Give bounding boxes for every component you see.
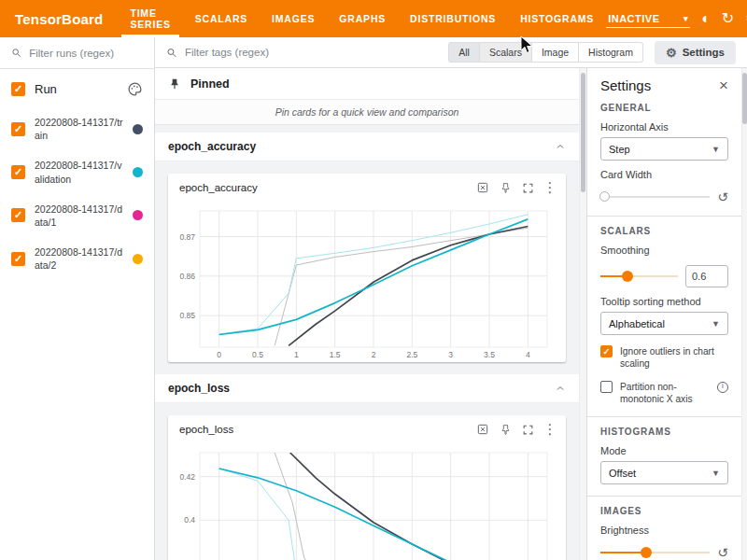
run-checkbox[interactable] (11, 208, 25, 222)
brightness-label: Brightness (600, 525, 728, 536)
info-icon[interactable]: i (717, 382, 728, 393)
run-color-dot (133, 124, 143, 134)
more-options-icon[interactable]: ⋮ (540, 419, 560, 440)
close-icon[interactable]: × (719, 77, 728, 93)
run-color-dot (133, 210, 143, 220)
svg-text:1.5: 1.5 (330, 350, 341, 359)
run-row-train[interactable]: 20220808-141317/train (0, 107, 154, 150)
tab-images[interactable]: IMAGES (260, 0, 327, 37)
scrollbar-thumb[interactable] (742, 73, 747, 124)
run-row-data-1[interactable]: 20220808-141317/data/1 (0, 194, 154, 237)
reset-icon[interactable]: ↺ (717, 189, 728, 204)
tags-toolbar: All Scalars Image Histogram ⚙ Settings (155, 37, 747, 68)
histogram-mode-select[interactable]: Offset ▼ (600, 461, 728, 484)
images-heading: IMAGES (600, 506, 728, 516)
filter-all-button[interactable]: All (448, 42, 480, 63)
smoothing-value-input[interactable]: 0.6 (685, 265, 728, 287)
chevron-down-icon: ▾ (684, 14, 688, 23)
pin-icon[interactable] (495, 177, 515, 198)
section-title: epoch_accuracy (168, 140, 256, 153)
select-all-runs-checkbox[interactable] (11, 82, 25, 96)
chevron-up-icon[interactable] (555, 141, 566, 152)
reset-icon[interactable]: ↺ (717, 545, 728, 560)
run-row-validation[interactable]: 20220808-141317/validation (0, 150, 154, 193)
fullscreen-icon[interactable] (517, 177, 538, 198)
scrollbar-thumb[interactable] (581, 73, 585, 192)
brightness-control: ↺ (600, 545, 728, 560)
run-checkbox[interactable] (11, 122, 25, 136)
main-scrollbar[interactable] (579, 68, 586, 560)
refresh-icon[interactable]: ↻ (722, 11, 734, 26)
tab-distributions[interactable]: DISTRIBUTIONS (398, 0, 508, 37)
horizontal-axis-select[interactable]: Step ▼ (600, 137, 728, 161)
run-row-data-2[interactable]: 20220808-141317/data/2 (0, 237, 154, 280)
more-options-icon[interactable]: ⋮ (540, 177, 560, 198)
svg-text:3: 3 (448, 350, 453, 359)
cards-area: Pinned Pin cards for a quick view and co… (155, 68, 579, 560)
scalar-chart-epoch-accuracy[interactable]: 00.511.522.533.540.850.860.87 (172, 202, 558, 362)
card-actions: ⋮ (472, 177, 560, 198)
ignore-outliers-option[interactable]: Ignore outliers in chart scaling (600, 345, 728, 371)
settings-panel: Settings × GENERAL Horizontal Axis Step … (586, 68, 741, 560)
filter-image-button[interactable]: Image (532, 42, 579, 63)
tab-graphs[interactable]: GRAPHS (327, 0, 398, 37)
tab-time-series[interactable]: TIME SERIES (118, 0, 182, 37)
fit-domain-icon[interactable] (472, 177, 493, 198)
run-checkbox[interactable] (11, 252, 25, 266)
settings-panel-header: Settings × (600, 77, 728, 93)
body: Run 20220808-141317/train 20220808-14131… (0, 37, 747, 560)
filter-scalars-button[interactable]: Scalars (480, 42, 532, 63)
card-header: epoch_accuracy ⋮ (168, 174, 566, 202)
tab-scalars[interactable]: SCALARS (183, 0, 260, 37)
svg-text:0: 0 (217, 350, 221, 359)
partition-x-axis-checkbox[interactable] (600, 381, 613, 393)
reload-status-dropdown[interactable]: INACTIVE ▾ (606, 10, 690, 28)
settings-panel-title: Settings (600, 77, 651, 93)
fit-domain-icon[interactable] (472, 419, 493, 440)
runs-filter-input[interactable] (29, 48, 143, 59)
brightness-slider[interactable] (600, 546, 710, 559)
filter-histogram-button[interactable]: Histogram (579, 42, 643, 63)
app-header: TensorBoard TIME SERIES SCALARS IMAGES G… (0, 0, 747, 37)
smoothing-slider[interactable] (600, 270, 678, 283)
chevron-down-icon: ▼ (712, 469, 720, 478)
color-palette-icon[interactable] (127, 81, 143, 97)
ignore-outliers-checkbox[interactable] (600, 345, 613, 357)
scalar-card-epoch-loss: epoch_loss ⋮ 00.511.522.533.540.360.380.… (168, 415, 566, 560)
content-column: All Scalars Image Histogram ⚙ Settings P… (155, 37, 747, 560)
runs-sidebar: Run 20220808-141317/train 20220808-14131… (0, 37, 155, 560)
svg-text:0.42: 0.42 (179, 472, 195, 482)
scalars-heading: SCALARS (600, 226, 728, 236)
divider (587, 216, 741, 217)
settings-scrollbar[interactable] (741, 68, 747, 560)
svg-text:2: 2 (372, 350, 376, 359)
scalar-chart-epoch-loss[interactable]: 00.511.522.533.540.360.380.40.42 (172, 443, 558, 560)
histograms-heading: HISTOGRAMS (600, 427, 728, 437)
svg-text:0.87: 0.87 (179, 232, 195, 242)
main-nav: TIME SERIES SCALARS IMAGES GRAPHS DISTRI… (118, 0, 606, 37)
fullscreen-icon[interactable] (517, 419, 538, 440)
partition-x-axis-option[interactable]: Partition non-monotonic X axis i (600, 381, 728, 406)
pin-icon (168, 77, 181, 91)
pin-icon[interactable] (495, 419, 515, 440)
chevron-down-icon: ▼ (712, 145, 720, 154)
tab-histograms[interactable]: HISTOGRAMS (508, 0, 606, 37)
chevron-up-icon[interactable] (555, 383, 566, 394)
pinned-hint: Pin cards for a quick view and compariso… (155, 100, 579, 125)
runs-filter (0, 37, 154, 69)
tooltip-sorting-select[interactable]: Alphabetical ▼ (600, 312, 728, 335)
pinned-section-header: Pinned (155, 68, 579, 100)
settings-button[interactable]: ⚙ Settings (655, 41, 736, 64)
contrast-theme-icon[interactable]: ◐ (701, 11, 711, 26)
section-header-epoch-accuracy[interactable]: epoch_accuracy (155, 133, 579, 161)
run-label: 20220808-141317/validation (35, 159, 123, 185)
run-checkbox[interactable] (11, 165, 25, 179)
svg-text:4: 4 (526, 350, 530, 359)
tags-filter-input[interactable] (185, 47, 381, 58)
section-header-epoch-loss[interactable]: epoch_loss (155, 374, 579, 403)
card-width-slider[interactable] (600, 190, 710, 203)
svg-text:2.5: 2.5 (406, 350, 417, 359)
card-width-control: ↺ (600, 189, 728, 204)
svg-text:1: 1 (294, 350, 299, 359)
card-title: epoch_accuracy (179, 182, 258, 193)
